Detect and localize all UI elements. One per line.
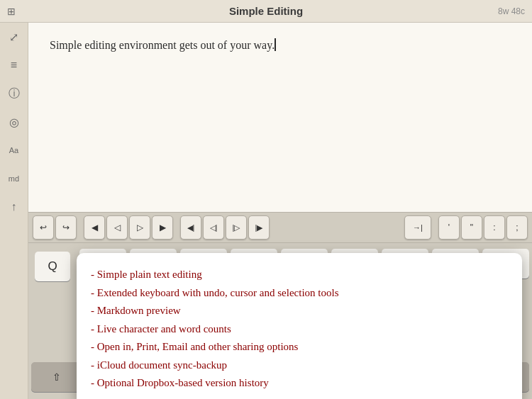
colon-key[interactable]: : (484, 215, 505, 240)
redo-key[interactable]: ↪ (55, 215, 77, 240)
semicolon-key[interactable]: ; (506, 215, 528, 240)
feature-5: - Open in, Print, Email and other sharin… (91, 338, 508, 356)
feature-4: - Live character and word counts (91, 320, 508, 339)
top-bar-left: ⊞ (7, 6, 16, 17)
top-bar: ⊞ Simple Editing 8w 48c (0, 0, 532, 23)
left-sel-word-key[interactable]: ◀| (180, 215, 201, 240)
sidebar-icon-menu[interactable]: ≡ (6, 57, 23, 74)
key-i[interactable]: I (382, 249, 428, 279)
q-key[interactable]: Q (35, 252, 70, 281)
key-e[interactable]: E (130, 249, 177, 279)
shift-key-right[interactable]: ⇧ (409, 362, 460, 392)
sidebar-icon-share[interactable]: ↑ (6, 198, 23, 215)
key-r[interactable]: R (180, 249, 227, 279)
feature-2: - Extended keyboard with undo, cursor an… (91, 284, 508, 303)
emoji-key[interactable]: ☺ (463, 362, 494, 392)
right-char-key[interactable]: ▷ (129, 215, 150, 240)
document-title: Simple Editing (229, 5, 303, 17)
key-o[interactable]: O (432, 249, 479, 279)
return-key[interactable]: return (334, 362, 405, 392)
right-word-key[interactable]: ▶ (152, 215, 173, 240)
num-key[interactable]: .?123 (86, 362, 143, 392)
key-y[interactable]: Y (281, 249, 328, 279)
left-word-key[interactable]: ◀ (84, 215, 105, 240)
sidebar-icon-markdown[interactable]: md (6, 170, 23, 187)
end-key[interactable]: →| (404, 215, 431, 240)
keyboard-area: Q ⌫ W E R T Y U I O P - Simple plain tex… (28, 243, 532, 399)
left-sel-char-key[interactable]: ◁| (203, 215, 224, 240)
double-quote-key[interactable]: " (461, 215, 482, 240)
keyboard-bottom-row: ⇧ .?123 space return ⇧ ☺ ⌨ (31, 362, 529, 392)
sidebar-icon-target[interactable]: ◎ (6, 113, 23, 130)
key-w[interactable]: W (79, 249, 126, 279)
main-layout: ⤢ ≡ ⓘ ◎ Aa md ↑ Simple editing environme… (0, 23, 532, 399)
undo-key[interactable]: ↩ (33, 215, 54, 240)
shift-key-left[interactable]: ⇧ (31, 362, 82, 392)
expand-icon[interactable]: ⊞ (7, 6, 16, 17)
cursor (275, 38, 276, 51)
sidebar-icon-font[interactable]: Aa (6, 142, 23, 159)
space-key[interactable]: space (146, 362, 331, 392)
key-p[interactable]: P (482, 249, 529, 279)
key-u[interactable]: U (331, 249, 378, 279)
sidebar-icon-info[interactable]: ⓘ (6, 85, 23, 102)
editor-section: Simple editing environment gets out of y… (28, 23, 532, 399)
sidebar-icon-expand[interactable]: ⤢ (6, 28, 23, 45)
sidebar: ⤢ ≡ ⓘ ◎ Aa md ↑ (0, 23, 28, 399)
editor-text[interactable]: Simple editing environment gets out of y… (50, 39, 275, 51)
battery-status: 8w 48c (498, 6, 525, 16)
feature-3: - Markdown preview (91, 302, 508, 320)
dismiss-keyboard-key[interactable]: ⌨ (498, 362, 529, 392)
keyboard-row1-partial: W E R T Y U I O P (77, 243, 532, 284)
right-sel-word-key[interactable]: |▶ (248, 215, 270, 240)
right-sel-char-key[interactable]: |▷ (226, 215, 247, 240)
key-t[interactable]: T (231, 249, 277, 279)
single-quote-key[interactable]: ' (438, 215, 460, 240)
extended-keyboard-toolbar: ↩ ↪ ◀ ◁ ▷ ▶ ◀| ◁| |▷ |▶ →| ' " : ; (28, 212, 532, 243)
editor-body[interactable]: Simple editing environment gets out of y… (28, 23, 532, 212)
left-char-key[interactable]: ◁ (106, 215, 128, 240)
